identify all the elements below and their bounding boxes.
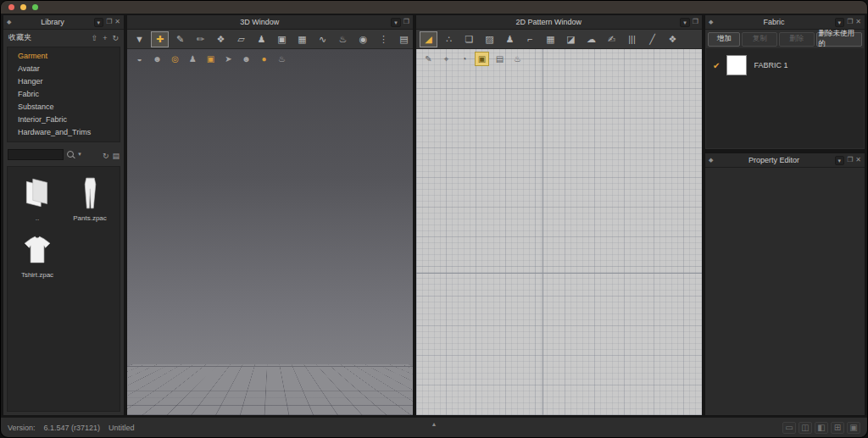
dock-icon[interactable]: ◆ xyxy=(709,19,713,25)
edit-pattern-icon[interactable]: ∴ xyxy=(440,31,458,47)
arrangement-pieces-icon[interactable]: ❖ xyxy=(212,31,230,47)
sphere-tool-icon[interactable]: ◉ xyxy=(354,31,372,47)
transform-pattern-icon[interactable]: ◢ xyxy=(420,31,437,47)
library-category-item[interactable]: Substance xyxy=(8,101,120,114)
tshirt-file-item[interactable]: Tshirt.zpac xyxy=(11,230,64,279)
sewing-machine-icon[interactable]: ⌐ xyxy=(521,31,539,47)
copy-fabric-button[interactable]: 复制 xyxy=(742,32,777,47)
cursor-toggle-icon[interactable]: ➤ xyxy=(221,52,236,66)
fabric-name: FABRIC 1 xyxy=(754,61,787,69)
float-panel-icon[interactable]: ❐ xyxy=(693,19,698,25)
panel-menu-dropdown[interactable]: ▾ xyxy=(94,18,104,27)
close-panel-icon[interactable]: ✕ xyxy=(855,19,861,25)
fabric-panel-dropdown[interactable]: ▾ xyxy=(835,18,845,27)
search-input[interactable] xyxy=(8,149,64,160)
export-icon[interactable]: ⇧ xyxy=(92,34,98,42)
stitch-line-icon[interactable]: ╱ xyxy=(643,31,661,47)
library-category-item[interactable]: Avatar xyxy=(8,63,120,75)
document-name: Untitled xyxy=(108,424,135,432)
layout-record-icon[interactable]: ▣ xyxy=(847,422,860,434)
search-options-dropdown[interactable]: ▼ xyxy=(77,152,82,157)
layout-split-icon[interactable]: ◫ xyxy=(798,422,812,434)
trace-hand-icon[interactable]: ✍ xyxy=(603,31,620,47)
3d-viewport[interactable]: ◒☻◎♟▣➤☻●♨ xyxy=(127,49,413,415)
dock-icon[interactable]: ◆ xyxy=(709,157,713,164)
refresh-icon[interactable]: ↻ xyxy=(112,34,119,42)
float-panel-icon[interactable]: ❐ xyxy=(403,19,409,25)
pin-pen-icon[interactable]: ✎ xyxy=(171,31,189,47)
property-editor-dropdown[interactable]: ▾ xyxy=(835,156,845,165)
dark-sphere-toggle-icon[interactable]: ◒ xyxy=(132,52,147,66)
add-fabric-button[interactable]: 增加 xyxy=(708,32,740,47)
float-panel-icon[interactable]: ❐ xyxy=(847,157,853,164)
circle-toggle-icon[interactable]: ◔ xyxy=(457,52,471,66)
delete-unused-fabric-button[interactable]: 删除未使用的 xyxy=(816,32,863,47)
close-panel-icon[interactable]: ✕ xyxy=(114,19,120,25)
sheet-toggle-icon[interactable]: ▤ xyxy=(492,52,507,66)
tshirt-icon[interactable]: ❖ xyxy=(664,31,682,47)
refresh-icon[interactable]: ↻ xyxy=(103,152,109,160)
avatar-head-toggle-icon[interactable]: ☻ xyxy=(150,52,164,66)
steam-cloud-icon[interactable]: ☁ xyxy=(582,31,600,47)
select-move-icon[interactable]: ✚ xyxy=(151,31,169,47)
expand-bottom-panel-button[interactable]: ▲ xyxy=(431,421,437,427)
orange-sphere-toggle-icon[interactable]: ● xyxy=(257,52,271,66)
mannequin-icon[interactable]: ♟ xyxy=(501,31,519,47)
zoom-window-button[interactable] xyxy=(32,4,38,10)
search-icon[interactable] xyxy=(67,151,74,158)
2d-toolbar: ◢∴❏▨♟⌐▦◪☁✍|||╱❖ xyxy=(416,30,702,49)
pants-file-item[interactable]: Pants.zpac xyxy=(64,174,116,222)
minimize-window-button[interactable] xyxy=(20,4,26,10)
steam-boot-icon[interactable]: ♨ xyxy=(334,31,352,47)
layout-grid-icon[interactable]: ⊞ xyxy=(831,422,844,434)
layout-single-icon[interactable]: ▭ xyxy=(782,422,796,434)
float-panel-icon[interactable]: ❐ xyxy=(106,19,112,25)
pattern-toggle-icon[interactable]: ▣ xyxy=(475,52,489,66)
roller-icon[interactable]: ♨ xyxy=(510,52,525,66)
library-category-item[interactable]: Hardware_and_Trims xyxy=(8,126,120,139)
list-view-icon[interactable]: ▤ xyxy=(112,152,120,160)
pleats-icon[interactable]: ||| xyxy=(623,31,641,47)
target-icon[interactable]: ⌖ xyxy=(439,52,453,66)
3d-window-dropdown[interactable]: ▾ xyxy=(391,18,401,27)
reset-arrangement-icon[interactable]: ▣ xyxy=(273,31,291,47)
library-category-item[interactable]: Interior_Fabric xyxy=(8,114,120,126)
2d-pattern-canvas[interactable]: ✎⌖◔▣▤♨ xyxy=(416,49,702,415)
close-window-button[interactable] xyxy=(8,4,14,10)
pattern-shapes-icon[interactable]: ❏ xyxy=(460,31,478,47)
orange-doc-toggle-icon[interactable]: ▣ xyxy=(203,52,218,66)
board-icon[interactable]: ▤ xyxy=(395,31,413,47)
simulate-icon[interactable]: ▼ xyxy=(131,31,148,47)
2d-window-dropdown[interactable]: ▾ xyxy=(680,18,690,27)
add-icon[interactable]: + xyxy=(103,34,107,42)
mesh-grid-icon[interactable]: ▦ xyxy=(293,31,311,47)
avatar-icon[interactable]: ♟ xyxy=(253,31,270,47)
bust-toggle-icon[interactable]: ☻ xyxy=(239,52,253,66)
property-editor-header: ◆ Property Editor ▾ ❐ ✕ xyxy=(705,153,865,168)
close-panel-icon[interactable]: ✕ xyxy=(855,157,861,164)
pattern-center-vertical-line xyxy=(542,49,543,415)
library-category-item[interactable]: Fabric xyxy=(8,88,120,101)
sewing-pen-icon[interactable]: ✏ xyxy=(192,31,209,47)
library-category-item[interactable]: Hanger xyxy=(8,75,120,88)
ring-toggle-icon[interactable]: ◎ xyxy=(168,52,182,66)
dock-icon[interactable]: ◆ xyxy=(7,19,11,25)
library-category-item[interactable]: Garment xyxy=(8,50,120,63)
folder-up-item[interactable]: .. xyxy=(11,174,64,222)
float-panel-icon[interactable]: ❐ xyxy=(847,19,853,25)
fabric-row[interactable]: ✔ FABRIC 1 xyxy=(706,55,864,75)
figure-toggle-icon[interactable]: ♟ xyxy=(186,52,200,66)
thumbnail-label: Tshirt.zpac xyxy=(21,271,53,279)
fold-arrangement-icon[interactable]: ▱ xyxy=(232,31,250,47)
sewing-wire-icon[interactable]: ∿ xyxy=(314,31,331,47)
layout-corner-icon[interactable]: ◧ xyxy=(815,422,828,434)
fabric-swatch[interactable] xyxy=(726,55,747,75)
thumbnail-label: .. xyxy=(36,214,39,222)
texture-grid-icon[interactable]: ▦ xyxy=(542,31,559,47)
iron-icon[interactable]: ◪ xyxy=(562,31,580,47)
delete-fabric-button[interactable]: 删除 xyxy=(779,32,815,47)
stand-toggle-icon[interactable]: ♨ xyxy=(275,52,289,66)
image-icon[interactable]: ▨ xyxy=(481,31,498,47)
tape-icon[interactable]: ⋮ xyxy=(375,31,392,47)
awl-pen-icon[interactable]: ✎ xyxy=(421,52,436,66)
